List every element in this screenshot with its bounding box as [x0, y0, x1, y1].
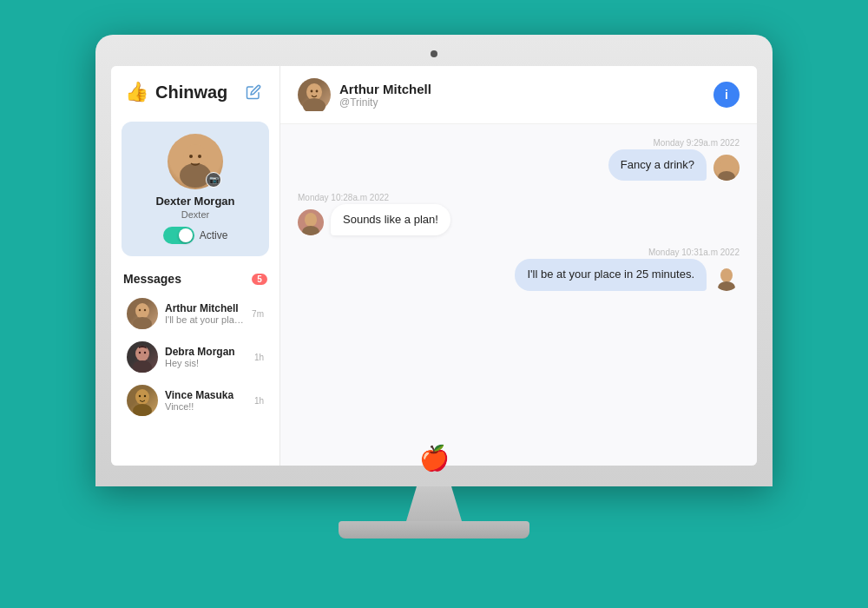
message-bubble: Fancy a drink?: [608, 149, 707, 181]
monitor: 👍 Chinwag: [95, 35, 773, 573]
screen: 👍 Chinwag: [111, 66, 757, 466]
camera-dot: [431, 50, 437, 57]
status-toggle[interactable]: [163, 227, 194, 244]
compose-button[interactable]: [241, 80, 266, 104]
svg-point-22: [305, 213, 317, 227]
msg-preview: I'll be at your place i...: [165, 314, 245, 325]
svg-point-11: [144, 352, 146, 354]
msg-time: 1h: [254, 396, 264, 406]
svg-point-4: [135, 303, 149, 319]
sender-avatar: [713, 155, 740, 181]
svg-point-12: [135, 389, 149, 405]
profile-username: Dexter: [181, 209, 209, 220]
msg-sender-name: Debra Morgan: [165, 346, 247, 358]
avatar: [127, 298, 158, 329]
msg-sender-name: Arthur Mitchell: [165, 302, 245, 314]
list-item[interactable]: Arthur Mitchell I'll be at your place i.…: [123, 293, 267, 334]
svg-point-19: [316, 90, 319, 93]
message-timestamp: Monday 9:29a.m 2022: [298, 138, 740, 148]
svg-point-24: [720, 268, 733, 282]
list-item[interactable]: Debra Morgan Hey sis! 1h: [123, 336, 267, 378]
svg-point-6: [139, 309, 141, 311]
active-label: Active: [200, 229, 228, 241]
svg-point-8: [135, 346, 149, 361]
sidebar: 👍 Chinwag: [111, 66, 280, 466]
camera-badge[interactable]: 📷: [206, 172, 221, 188]
avatar: [127, 385, 158, 416]
svg-point-17: [303, 98, 326, 111]
chat-header-info: Arthur Mitchell @Trinity: [339, 82, 431, 109]
active-toggle: Active: [163, 227, 228, 244]
monitor-base: [339, 521, 529, 539]
svg-point-14: [139, 395, 141, 397]
msg-time: 1h: [254, 353, 264, 362]
logo-icon: 👍: [125, 81, 148, 103]
msg-preview: Hey sis!: [165, 358, 247, 368]
svg-point-25: [718, 281, 735, 291]
message-info: Debra Morgan Hey sis!: [165, 346, 247, 368]
chat-contact-name: Arthur Mitchell: [339, 82, 431, 96]
message-row: I'll be at your place in 25 minutes.: [298, 259, 740, 290]
messages-title: Messages: [123, 272, 181, 286]
svg-point-7: [144, 309, 146, 311]
message-info: Vince Masuka Vince!!: [165, 389, 247, 412]
chat-area: Arthur Mitchell @Trinity i Monday 9:29a.…: [280, 66, 757, 466]
message-group: Monday 10:28a.m 2022 Sounds like a plan!: [298, 193, 740, 235]
app-name: Chinwag: [155, 83, 227, 102]
toggle-knob: [179, 228, 193, 242]
messages-header: Messages 5: [123, 272, 267, 286]
monitor-body: 👍 Chinwag: [95, 35, 773, 486]
message-row: Sounds like a plan!: [298, 204, 740, 235]
message-group: Monday 9:29a.m 2022 Fancy a drink?: [298, 138, 740, 181]
apple-logo: 🍎: [419, 444, 450, 473]
msg-time: 7m: [252, 309, 264, 319]
message-info: Arthur Mitchell I'll be at your place i.…: [165, 302, 245, 325]
svg-point-13: [133, 404, 152, 416]
sender-avatar: [298, 209, 324, 235]
svg-point-10: [139, 352, 141, 354]
monitor-neck: [399, 486, 469, 521]
svg-point-15: [144, 395, 146, 397]
message-group: Monday 10:31a.m 2022 I'll be at your pla…: [298, 248, 740, 290]
messages-section: Messages 5: [111, 263, 279, 466]
svg-point-23: [302, 226, 319, 235]
svg-point-18: [311, 90, 313, 93]
sender-avatar: [713, 265, 740, 291]
messages-badge: 5: [252, 274, 267, 285]
svg-point-21: [718, 171, 735, 181]
svg-point-9: [133, 360, 152, 373]
msg-sender-name: Vince Masuka: [165, 389, 247, 401]
message-list: Arthur Mitchell I'll be at your place i.…: [123, 293, 267, 421]
chat-messages: Monday 9:29a.m 2022 Fancy a drink?: [280, 124, 757, 466]
sidebar-header: 👍 Chinwag: [111, 66, 279, 115]
svg-point-20: [720, 158, 733, 172]
chat-header-left: Arthur Mitchell @Trinity: [298, 78, 431, 111]
chat-contact-handle: @Trinity: [339, 96, 431, 109]
list-item[interactable]: Vince Masuka Vince!! 1h: [123, 380, 267, 421]
svg-point-2: [189, 155, 193, 158]
chat-contact-avatar: [298, 78, 331, 111]
profile-name: Dexter Morgan: [155, 195, 234, 208]
chat-header: Arthur Mitchell @Trinity i: [280, 66, 757, 124]
msg-preview: Vince!!: [165, 401, 247, 412]
svg-point-5: [133, 317, 152, 329]
message-timestamp: Monday 10:31a.m 2022: [298, 248, 740, 257]
profile-avatar-wrapper: 📷: [168, 134, 223, 189]
profile-card: 📷 Dexter Morgan Dexter Active: [122, 122, 269, 256]
avatar: [127, 341, 158, 373]
message-timestamp: Monday 10:28a.m 2022: [298, 193, 740, 202]
message-bubble: Sounds like a plan!: [331, 204, 450, 235]
message-row: Fancy a drink?: [298, 149, 740, 181]
logo: 👍 Chinwag: [125, 81, 227, 103]
svg-point-3: [198, 155, 201, 158]
info-button[interactable]: i: [713, 82, 740, 108]
message-bubble: I'll be at your place in 25 minutes.: [515, 259, 707, 290]
